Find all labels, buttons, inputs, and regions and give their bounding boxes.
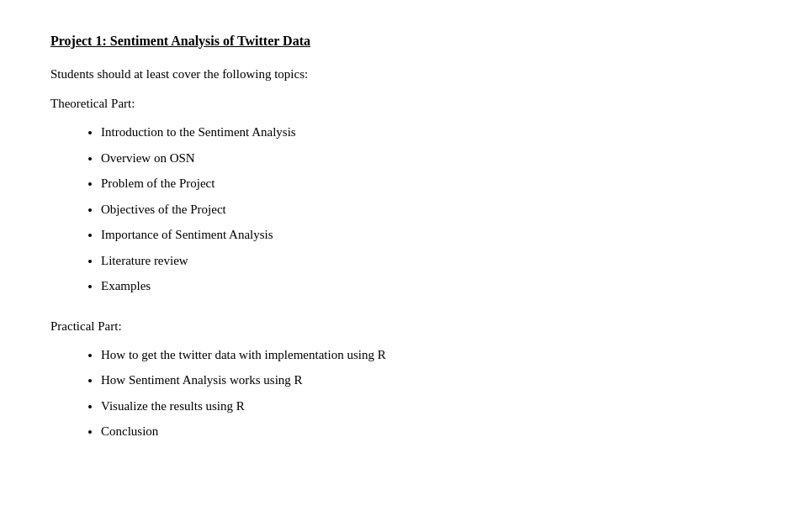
list-item: Visualize the results using R xyxy=(101,397,750,416)
theoretical-label: Theoretical Part: xyxy=(50,97,750,111)
practical-label: Practical Part: xyxy=(50,319,750,334)
list-item: Problem of the Project xyxy=(101,174,750,193)
theoretical-list: Introduction to the Sentiment Analysis O… xyxy=(101,123,750,296)
list-item: Importance of Sentiment Analysis xyxy=(101,225,750,245)
list-item: How to get the twitter data with impleme… xyxy=(101,345,750,365)
practical-list: How to get the twitter data with impleme… xyxy=(101,345,750,441)
document-container: Project 1: Sentiment Analysis of Twitter… xyxy=(50,34,750,441)
list-item: Overview on OSN xyxy=(101,149,750,168)
project-title: Project 1: Sentiment Analysis of Twitter… xyxy=(50,34,750,49)
list-item: How Sentiment Analysis works using R xyxy=(101,371,750,390)
list-item: Objectives of the Project xyxy=(101,200,750,219)
list-item: Conclusion xyxy=(101,422,750,441)
list-item: Literature review xyxy=(101,251,750,271)
intro-text: Students should at least cover the follo… xyxy=(50,67,750,82)
list-item: Examples xyxy=(101,277,750,296)
list-item: Introduction to the Sentiment Analysis xyxy=(101,123,750,142)
